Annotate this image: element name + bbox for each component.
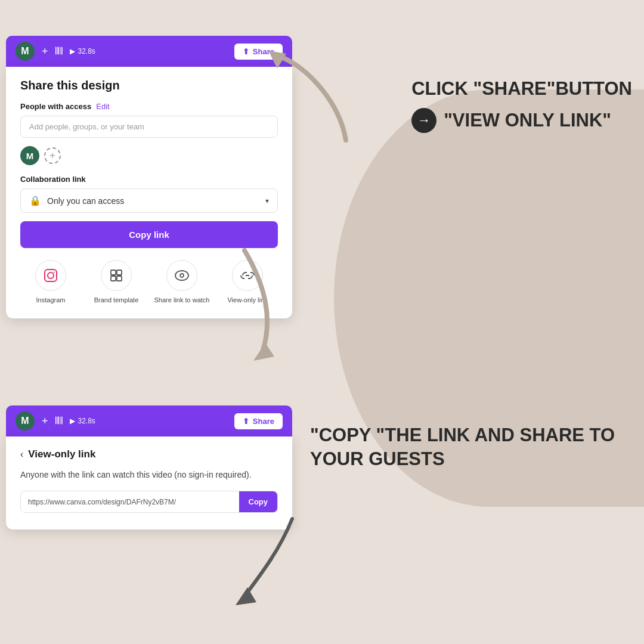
toolbar-plus-top: +: [42, 45, 48, 58]
arrow-bottom: [215, 513, 322, 608]
page-container: M + 𝄃𝄃𝄂 ▶32.8s ⬆ Share Share this design…: [0, 0, 644, 644]
share-watch-icon: [166, 260, 197, 291]
add-people-input[interactable]: Add people, groups, or your team: [20, 116, 278, 138]
svg-point-2: [54, 272, 55, 273]
instagram-label: Instagram: [36, 296, 66, 304]
brand-template-label: Brand template: [94, 296, 139, 304]
toolbar-play-bottom: ▶32.8s: [70, 417, 95, 425]
instruction-step2: "COPY "THE LINK AND SHARE TO YOUR GUESTS: [310, 423, 632, 470]
dialog-title: Share this design: [20, 79, 278, 92]
view-only-title: View-only link: [28, 448, 95, 460]
share-watch-label: Share link to watch: [154, 296, 210, 304]
instagram-icon: [35, 260, 66, 291]
svg-marker-11: [236, 587, 256, 605]
toolbar-analytics-top: 𝄃𝄃𝄂: [55, 46, 63, 57]
brand-template-icon: [101, 260, 132, 291]
svg-marker-10: [253, 343, 274, 361]
toolbar-plus-bottom: +: [42, 415, 48, 428]
svg-point-8: [180, 274, 184, 277]
copy-button-bottom[interactable]: Copy: [239, 491, 278, 512]
arrow-mid: [215, 244, 334, 364]
toolbar-play-top: ▶32.8s: [70, 47, 95, 55]
link-url-text: https://www.canva.com/design/DAFrNy2vB7M…: [21, 492, 239, 512]
arrow-top: [250, 33, 370, 152]
step1-line2-row: → "VIEW ONLY LINK": [411, 108, 632, 133]
svg-point-7: [175, 271, 188, 280]
canva-toolbar-bottom: M + 𝄃𝄃𝄂 ▶32.8s ⬆ Share: [6, 405, 292, 436]
share-option-brand[interactable]: Brand template: [86, 260, 147, 304]
link-copy-row: https://www.canva.com/design/DAFrNy2vB7M…: [20, 491, 278, 513]
svg-rect-0: [45, 270, 57, 281]
people-with-access-label: People with access Edit: [20, 102, 278, 111]
share-option-watch[interactable]: Share link to watch: [151, 260, 212, 304]
step1-line1: CLICK "SHARE"BUTTON: [411, 78, 632, 100]
back-row: ‹ View-only link: [20, 448, 278, 460]
edit-link[interactable]: Edit: [96, 102, 109, 111]
lock-icon: 🔒: [29, 195, 41, 206]
toolbar-analytics-bottom: 𝄃𝄃𝄂: [55, 416, 63, 426]
toolbar-share-btn-bottom[interactable]: ⬆ Share: [234, 413, 283, 429]
share-upload-icon: ⬆: [243, 417, 249, 426]
back-arrow-icon[interactable]: ‹: [20, 449, 23, 460]
share-icon: ⬆: [243, 47, 249, 56]
access-dropdown[interactable]: 🔒 Only you can access ▾: [20, 188, 278, 213]
share-option-instagram[interactable]: Instagram: [20, 260, 81, 304]
chevron-down-icon: ▾: [265, 197, 269, 205]
avatar-row: M +: [20, 146, 278, 165]
canva-window-bottom: M + 𝄃𝄃𝄂 ▶32.8s ⬆ Share ‹ View-only link …: [6, 405, 292, 530]
svg-rect-3: [111, 270, 116, 275]
step2-text: "COPY "THE LINK AND SHARE TO YOUR GUESTS: [310, 423, 632, 470]
svg-rect-4: [117, 270, 122, 275]
arrow-circle-icon: →: [411, 108, 436, 133]
svg-rect-6: [117, 276, 122, 281]
canva-toolbar-top: M + 𝄃𝄃𝄂 ▶32.8s ⬆ Share: [6, 36, 292, 67]
collab-link-label: Collaboration link: [20, 175, 278, 184]
toolbar-avatar-bottom: M: [16, 411, 35, 431]
watch-description: Anyone with the link can watch this vide…: [20, 469, 278, 481]
svg-point-1: [48, 273, 54, 278]
add-user-btn[interactable]: +: [44, 147, 61, 164]
step1-line2: "VIEW ONLY LINK": [444, 110, 611, 131]
instruction-step1: CLICK "SHARE"BUTTON → "VIEW ONLY LINK": [411, 78, 632, 133]
bottom-section: M + 𝄃𝄃𝄂 ▶32.8s ⬆ Share ‹ View-only link …: [6, 405, 292, 530]
toolbar-avatar-top: M: [16, 42, 35, 61]
user-avatar: M: [20, 146, 39, 165]
svg-rect-5: [111, 276, 116, 281]
access-text: Only you can access: [47, 196, 259, 206]
